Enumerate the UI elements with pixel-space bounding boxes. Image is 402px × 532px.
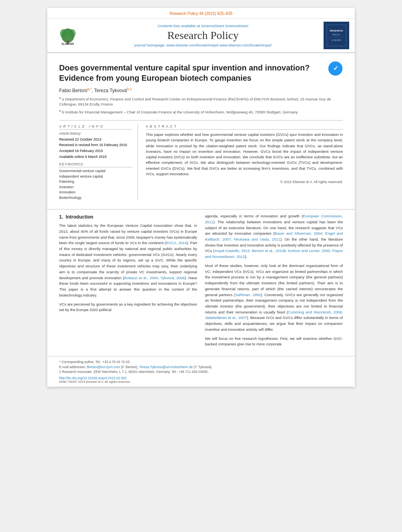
main-body-columns: 1. Introduction The latest statistics by…: [47, 209, 355, 354]
article-body: ✓ Does governmental venture capital spur…: [47, 53, 355, 207]
svg-text:RESEARCH: RESEARCH: [329, 30, 343, 32]
footnote-1-line: 1 Research Associate, ZEW Mannheim, L 7,…: [59, 369, 343, 374]
keywords-section: Keywords: Governmental venture capital I…: [59, 162, 132, 200]
keyword-gvc: Governmental venture capital: [59, 169, 132, 174]
publisher-logo-icon: RESEARCH POLICY ELSEVIER: [326, 24, 347, 47]
abstract-section: A B S T R A C T This paper explores whet…: [146, 124, 343, 200]
cumming-link[interactable]: Cumming and Macintosh, 2006; Jääskeläine…: [205, 310, 343, 320]
keyword-patenting: Patenting: [59, 179, 132, 185]
received-row: Received 22 October 2013: [59, 137, 132, 142]
crossmark-icon: ✓: [328, 61, 343, 76]
article-info-panel: A R T I C L E I N F O Article history: R…: [59, 124, 138, 200]
section1-heading: 1. Introduction: [59, 213, 197, 221]
ec-link[interactable]: European Commission, 2011: [205, 214, 343, 224]
email1-link[interactable]: Bertani@em-lyon.com: [87, 365, 120, 369]
svg-text:ELSEVIER: ELSEVIER: [61, 43, 74, 45]
baum-link[interactable]: Baum and Silverman, 2004; Engel and Keil…: [205, 231, 343, 241]
abstract-title: A B S T R A C T: [146, 124, 343, 130]
history-header: Article history:: [59, 131, 132, 136]
affiliation-a-text: a Department of Economics, Finance and C…: [59, 97, 331, 106]
corresponding-author-note: * Corresponding author. Tel.: +33 4 78 3…: [59, 360, 130, 364]
right-para-2: Most of these studies, however, only loo…: [205, 263, 343, 333]
keywords-title: Keywords:: [59, 162, 132, 167]
right-para-3: We will focus on five research hypothese…: [205, 336, 343, 347]
keyword-invention: Invention: [59, 185, 132, 190]
footnote-star-line: * Corresponding author. Tel.: +33 4 78 3…: [59, 360, 343, 365]
author-1-sup: a,*: [87, 87, 91, 91]
affiliation-a: a a Department of Economics, Finance and…: [59, 96, 343, 107]
intro-para-2: VCs are perceived by governments as a ke…: [59, 302, 197, 313]
contents-line: Contents lists available at ScienceDirec…: [87, 24, 319, 28]
journal-title: Research Policy: [87, 29, 319, 42]
author-2-sup: b,1: [127, 87, 132, 91]
affiliation-b: b b Institute for Financial Management –…: [59, 109, 343, 115]
bottazzi-link[interactable]: Bottazzi et al., 2004; Tykvová, 2006: [124, 276, 185, 280]
copyright-text: © 2015 Elsevier B.V. All rights reserved…: [146, 180, 343, 184]
footnote-1-text: 1 Research Associate, ZEW Mannheim, L 7,…: [59, 370, 208, 374]
accepted-row: Accepted 16 February 2015: [59, 148, 132, 154]
svg-point-3: [69, 29, 76, 38]
article-title-text: Does governmental venture capital spur i…: [59, 63, 310, 82]
keyword-biotech: Biotechnology: [59, 195, 132, 201]
right-column: agenda, especially in terms of innovatio…: [205, 213, 343, 350]
crossmark-badge[interactable]: ✓: [328, 61, 343, 78]
intro-para-1: The latest statistics by the European Ve…: [59, 223, 197, 298]
authors-line: Fabio Bertonia,*, Tereza Tykvováb,1: [59, 87, 343, 93]
arque-link[interactable]: Arqué-Castells, 2012; Bertoni et al., 20…: [205, 248, 343, 259]
right-para-1: agenda, especially in terms of innovatio…: [205, 213, 343, 260]
doi-line[interactable]: http://dx.doi.org/10.1016/j.respol.2015.…: [59, 376, 343, 380]
email2-name: (T. Tykvová).: [194, 365, 212, 369]
available-text: Available online 9 March 2015: [59, 155, 106, 159]
elsevier-logo-right: RESEARCH POLICY ELSEVIER: [322, 22, 350, 49]
article-info-title: A R T I C L E I N F O: [59, 124, 132, 130]
keyword-innovation: Innovation: [59, 190, 132, 195]
sciencedirect-name: ScienceDirect: [225, 24, 249, 28]
left-column: 1. Introduction The latest statistics by…: [59, 213, 197, 350]
abstract-text: This paper explores whether and how gove…: [146, 132, 343, 177]
research-policy-citation: Research Policy 44 (2015) 925–935: [169, 11, 233, 16]
publisher-logo-box: RESEARCH POLICY ELSEVIER: [324, 22, 349, 49]
elsevier-tree-icon: ELSEVIER: [56, 26, 80, 45]
author-1: Fabio Bertoni: [59, 88, 87, 93]
svg-text:✓: ✓: [333, 65, 338, 72]
doi-text: http://dx.doi.org/10.1016/j.respol.2015.…: [59, 376, 127, 380]
email-label: E-mail addresses:: [59, 365, 86, 369]
svg-point-2: [60, 29, 67, 38]
available-row: Available online 9 March 2015: [59, 154, 132, 159]
issn-text: 0048-7333/© 2015 Elsevier B.V. All right…: [59, 380, 131, 384]
keyword-ivc: Independent venture capital: [59, 174, 132, 180]
history-label: Article history:: [59, 132, 82, 135]
received-text: Received 22 October 2013: [59, 137, 101, 141]
accepted-text: Accepted 16 February 2015: [59, 149, 103, 153]
email2-link[interactable]: Tereza.Tykvova@uni-hohenheim.de: [139, 365, 193, 369]
journal-header: ELSEVIER Contents lists available at Sci…: [47, 19, 355, 53]
journal-homepage: journal homepage: www.elsevier.com/locat…: [87, 43, 319, 47]
email-line: E-mail addresses: Bertani@em-lyon.com (F…: [59, 365, 343, 370]
issn-line: 0048-7333/© 2015 Elsevier B.V. All right…: [59, 380, 343, 384]
sciencedirect-link[interactable]: ScienceDirect: [201, 24, 224, 28]
affiliation-b-text: b Institute for Financial Management – C…: [62, 110, 298, 114]
article-footer: * Corresponding author. Tel.: +33 4 78 3…: [47, 356, 355, 387]
elsevier-logo-left: ELSEVIER: [52, 26, 84, 45]
svg-text:ELSEVIER: ELSEVIER: [331, 39, 341, 41]
svg-text:POLICY: POLICY: [332, 33, 341, 36]
homepage-link[interactable]: www.elsevier.com/locate/respol: [166, 43, 218, 47]
journal-center: Contents lists available at ScienceDirec…: [87, 24, 319, 47]
homepage-label: journal homepage:: [134, 43, 166, 47]
author-2: Tereza Tykvová: [94, 88, 127, 93]
evca-link[interactable]: EVCA, 2014: [166, 241, 187, 245]
homepage-url: www.elsevier.com/locate/respol: [220, 43, 272, 47]
article-info-abstract-section: A R T I C L E I N F O Article history: R…: [59, 120, 343, 200]
received-revised-row: Received in revised form 16 February 201…: [59, 143, 132, 148]
received-revised-text: Received in revised form 16 February 201…: [59, 143, 127, 147]
contents-label: Contents lists available at: [158, 24, 200, 28]
top-bar: Research Policy 44 (2015) 925–935: [47, 8, 355, 19]
article-title: Does governmental venture capital spur i…: [59, 63, 343, 83]
email1-name: (F. Bertoni),: [121, 365, 138, 369]
sahlman-link[interactable]: Sahlman, 1990: [235, 293, 261, 297]
